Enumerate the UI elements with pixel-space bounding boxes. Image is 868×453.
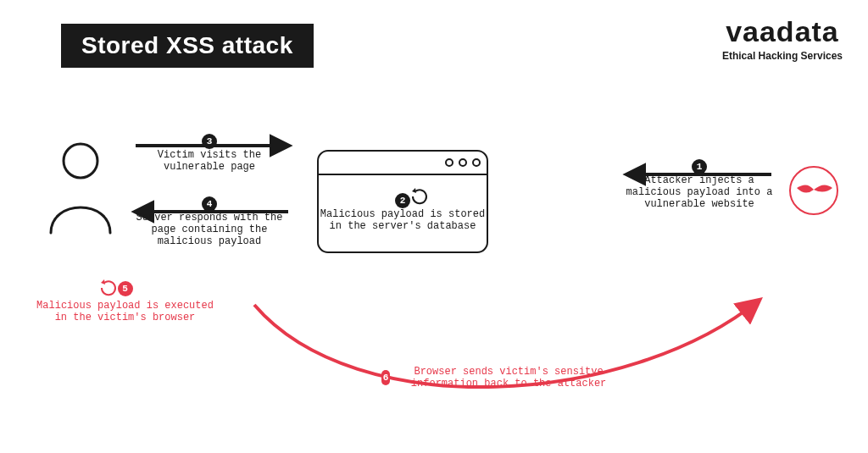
- svg-point-4: [459, 159, 466, 166]
- step-3-badge: 3: [202, 134, 217, 149]
- step-4-badge: 4: [202, 196, 217, 212]
- step-1: 1 Attacker injects a malicious payload i…: [619, 180, 780, 210]
- step-5-badge: 5: [118, 281, 133, 296]
- step-2: 2 Malicious payload is stored in the ser…: [318, 213, 487, 232]
- step-5-text: Malicious payload is executed in the vic…: [30, 300, 220, 323]
- step-5: 5 Malicious payload is executed in the v…: [30, 281, 220, 323]
- step-6: 6 Browser sends victim's sensitve inform…: [381, 366, 619, 389]
- step-4: 4 Server responds with the page containi…: [129, 217, 290, 247]
- step-1-badge: 1: [692, 159, 707, 174]
- svg-point-5: [473, 159, 480, 166]
- step-6-badge: 6: [381, 370, 390, 385]
- step-4-text: Server responds with the page containing…: [129, 212, 290, 247]
- step-6-text: Browser sends victim's sensitve informat…: [398, 366, 619, 389]
- attacker-icon: [790, 167, 837, 214]
- svg-point-3: [446, 159, 453, 166]
- user-icon: [51, 144, 110, 233]
- svg-point-6: [790, 167, 837, 214]
- step-1-text: Attacker injects a malicious payload int…: [619, 174, 780, 210]
- step-2-badge: 2: [395, 193, 410, 208]
- step-2-text: Malicious payload is stored in the serve…: [318, 208, 487, 232]
- step-3-text: Victim visits the vulnerable page: [129, 149, 290, 173]
- svg-point-0: [64, 144, 97, 178]
- step-3: 3 Victim visits the vulnerable page: [129, 151, 290, 173]
